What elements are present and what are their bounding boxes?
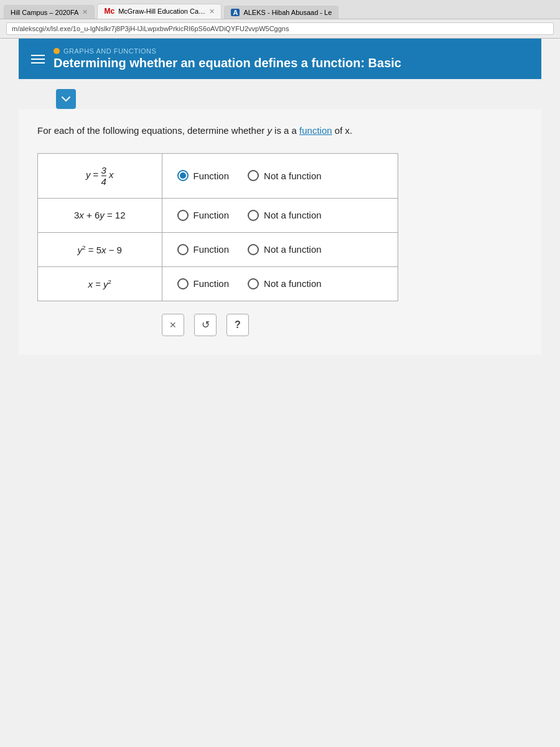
radio-cell-3: Function Not a function: [162, 232, 398, 266]
function-option-4[interactable]: Function: [177, 278, 230, 289]
tab-2[interactable]: Mc McGraw-Hill Education Campu ✕: [97, 4, 222, 19]
function-label-4: Function: [194, 278, 230, 289]
tab-bar: Hill Campus – 2020FA ✕ Mc McGraw-Hill Ed…: [0, 0, 560, 19]
table-row: 3x + 6y = 12 Function Not a function: [38, 198, 398, 232]
radio-cell-1: Function Not a function: [162, 153, 398, 198]
dropdown-button-row: [19, 89, 541, 109]
function-label-3: Function: [194, 244, 230, 255]
dropdown-button[interactable]: [56, 89, 76, 109]
hamburger-menu[interactable]: [31, 55, 45, 63]
header-category-label: GRAPHS AND FUNCTIONS: [54, 47, 401, 55]
browser-chrome: Hill Campus – 2020FA ✕ Mc McGraw-Hill Ed…: [0, 0, 560, 39]
header-title: Determining whether an equation defines …: [54, 56, 401, 70]
not-function-option-1[interactable]: Not a function: [248, 170, 322, 181]
equation-4: x = y2: [88, 279, 111, 289]
description-suffix: of x.: [335, 125, 352, 136]
equation-cell-2: 3x + 6y = 12: [38, 198, 162, 232]
radio-group-2: Function Not a function: [177, 210, 383, 221]
category-dot: [54, 48, 60, 54]
category-text: GRAPHS AND FUNCTIONS: [63, 47, 156, 55]
not-function-label-1: Not a function: [264, 171, 322, 181]
tab-3-label: ALEKS - Hibah Abusaad - Le: [243, 9, 332, 16]
function-radio-1[interactable]: [177, 170, 189, 181]
close-button[interactable]: ✕: [162, 314, 184, 336]
action-row: ✕ ↺ ?: [162, 314, 523, 336]
address-bar-row: m/alekscgi/x/lsl.exe/1o_u-lgNslkr7j8P3jH…: [0, 19, 560, 39]
table-row: y2 = 5x − 9 Function Not a function: [38, 232, 398, 266]
not-function-radio-1[interactable]: [248, 170, 259, 181]
equation-2: 3x + 6y = 12: [74, 210, 126, 220]
lesson-header: GRAPHS AND FUNCTIONS Determining whether…: [19, 39, 541, 79]
function-label-1: Function: [194, 171, 230, 181]
variable-y: y: [267, 125, 274, 136]
not-function-radio-4[interactable]: [248, 278, 259, 289]
not-function-option-2[interactable]: Not a function: [248, 210, 322, 221]
equation-cell-1: y = 3 4 x: [38, 153, 162, 198]
address-bar[interactable]: m/alekscgi/x/lsl.exe/1o_u-lgNslkr7j8P3jH…: [6, 22, 554, 35]
not-function-option-3[interactable]: Not a function: [248, 244, 322, 255]
description-middle: is a: [274, 125, 289, 136]
equation-1: y = 3 4 x: [86, 169, 114, 180]
mcgraw-icon: Mc: [104, 7, 114, 16]
radio-group-1: Function Not a function: [177, 170, 383, 181]
tab-2-label: McGraw-Hill Education Campu: [118, 7, 205, 15]
main-content: GRAPHS AND FUNCTIONS Determining whether…: [0, 39, 560, 747]
function-radio-2[interactable]: [177, 210, 189, 221]
header-text-block: GRAPHS AND FUNCTIONS Determining whether…: [54, 47, 401, 70]
chevron-down-icon: [61, 94, 71, 104]
not-function-radio-2[interactable]: [248, 210, 259, 221]
problem-area: For each of the following equations, det…: [19, 109, 541, 355]
tab-1-close[interactable]: ✕: [82, 8, 88, 16]
tab-1-label: Hill Campus – 2020FA: [11, 9, 78, 16]
radio-group-3: Function Not a function: [177, 244, 383, 255]
problem-description: For each of the following equations, det…: [37, 124, 523, 138]
function-option-3[interactable]: Function: [177, 244, 230, 255]
not-function-label-4: Not a function: [264, 278, 322, 289]
radio-cell-4: Function Not a function: [162, 266, 398, 301]
function-option-2[interactable]: Function: [177, 210, 230, 221]
equation-cell-4: x = y2: [38, 266, 162, 301]
radio-cell-2: Function Not a function: [162, 198, 398, 232]
tab-2-close[interactable]: ✕: [209, 7, 215, 16]
table-row: x = y2 Function Not a function: [38, 266, 398, 301]
equation-3: y2 = 5x − 9: [78, 245, 122, 255]
function-table: y = 3 4 x Function: [37, 153, 398, 301]
function-option-1[interactable]: Function: [177, 170, 230, 181]
not-function-option-4[interactable]: Not a function: [248, 278, 322, 289]
not-function-label-3: Not a function: [264, 244, 322, 255]
help-button[interactable]: ?: [226, 314, 249, 336]
table-row: y = 3 4 x Function: [38, 153, 398, 198]
function-label-2: Function: [194, 210, 230, 220]
equation-cell-3: y2 = 5x − 9: [38, 232, 162, 266]
description-prefix: For each of the following equations, det…: [37, 125, 264, 136]
aleks-icon: A: [231, 9, 240, 16]
tab-3[interactable]: A ALEKS - Hibah Abusaad - Le: [224, 6, 338, 19]
not-function-label-2: Not a function: [264, 210, 322, 220]
function-radio-3[interactable]: [177, 244, 189, 255]
radio-group-4: Function Not a function: [177, 278, 383, 289]
not-function-radio-3[interactable]: [248, 244, 259, 255]
function-link[interactable]: function: [299, 125, 332, 136]
tab-1[interactable]: Hill Campus – 2020FA ✕: [4, 5, 95, 19]
undo-button[interactable]: ↺: [194, 314, 217, 336]
function-radio-4[interactable]: [177, 278, 189, 289]
